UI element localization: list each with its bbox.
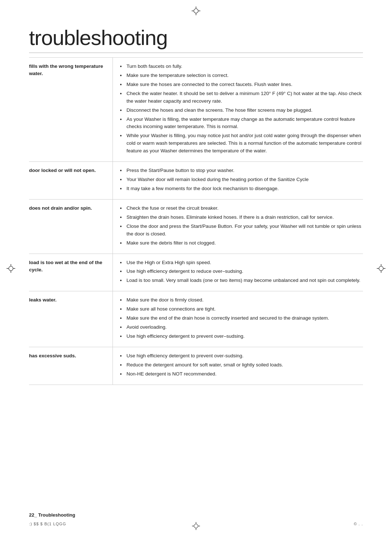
page-number-label: 22_ Troubleshooting <box>29 512 75 518</box>
solution-item: Make sure the debris filter is not clogg… <box>120 239 363 247</box>
solution-item: Make sure the temperature selection is c… <box>120 72 363 79</box>
left-crosshair-icon <box>7 264 15 274</box>
solution-item: Avoid overloading. <box>120 324 363 331</box>
solution-item: Close the door and press the Start/Pause… <box>120 223 363 238</box>
right-crosshair-icon <box>377 264 385 274</box>
solution-item: Non-HE detergent is NOT recommended. <box>120 370 363 378</box>
top-crosshair-icon <box>192 7 200 15</box>
page-title: troubleshooting <box>29 25 363 53</box>
table-row: load is too wet at the end of the cycle.… <box>29 254 363 291</box>
solution-cell-2: Check the fuse or reset the circuit brea… <box>113 199 363 254</box>
solution-cell-0: Turn both faucets on fully.Make sure the… <box>113 58 363 162</box>
solution-cell-5: Use high efficiency detergent to prevent… <box>113 347 363 385</box>
footer-right-text: © . . <box>354 522 363 526</box>
solution-item: It may take a few moments for the door l… <box>120 185 363 193</box>
solution-item: Use high efficiency detergent to reduce … <box>120 268 363 275</box>
solution-item: Your Washer door will remain locked duri… <box>120 176 363 184</box>
table-row: has excessive suds.Use high efficiency d… <box>29 347 363 385</box>
solution-item: Use the High or Extra High spin speed. <box>120 259 363 267</box>
solution-item: Make sure the hoses are connected to the… <box>120 81 363 89</box>
solution-item: Make sure the door is firmly closed. <box>120 296 363 304</box>
table-row: fills with the wrong temperature water.T… <box>29 58 363 162</box>
troubleshoot-table: fills with the wrong temperature water.T… <box>29 57 363 385</box>
solution-item: Make sure the end of the drain hose is c… <box>120 315 363 322</box>
solution-item: Use high efficiency detergent to prevent… <box>120 333 363 340</box>
solution-item: Straighten the drain hoses. Eliminate ki… <box>120 214 363 221</box>
svg-point-10 <box>379 266 383 271</box>
solution-item: Disconnect the hoses and clean the scree… <box>120 107 363 114</box>
solution-item: Check the water heater. It should be set… <box>120 90 363 105</box>
table-row: does not drain and/or spin.Check the fus… <box>29 199 363 254</box>
bottom-crosshair-icon <box>192 522 200 531</box>
footer-left-text: :) $$ $ B(1 LQGG <box>29 522 66 526</box>
page-number-section: 22_ Troubleshooting <box>29 512 75 518</box>
solution-item: Use high efficiency detergent to prevent… <box>120 352 363 360</box>
solution-item: While your Washer is filling, you may no… <box>120 132 363 155</box>
svg-point-0 <box>194 9 198 13</box>
solution-item: As your Washer is filling, the water tem… <box>120 116 363 131</box>
svg-point-15 <box>194 524 198 528</box>
solution-item: Check the fuse or reset the circuit brea… <box>120 205 363 212</box>
solution-item: Turn both faucets on fully. <box>120 63 363 70</box>
problem-cell-1: door locked or will not open. <box>29 162 113 200</box>
solution-cell-3: Use the High or Extra High spin speed.Us… <box>113 254 363 291</box>
solution-item: Make sure all hose connections are tight… <box>120 305 363 313</box>
solution-item: Press the Start/Pause button to stop you… <box>120 167 363 174</box>
table-row: leaks water.Make sure the door is firmly… <box>29 291 363 347</box>
page-container: troubleshooting fills with the wrong tem… <box>0 0 392 538</box>
problem-cell-2: does not drain and/or spin. <box>29 199 113 254</box>
problem-cell-3: load is too wet at the end of the cycle. <box>29 254 113 291</box>
solution-item: Load is too small. Very small loads (one… <box>120 277 363 284</box>
solution-cell-1: Press the Start/Pause button to stop you… <box>113 162 363 200</box>
svg-point-5 <box>9 266 13 271</box>
table-row: door locked or will not open.Press the S… <box>29 162 363 200</box>
problem-cell-4: leaks water. <box>29 291 113 347</box>
problem-cell-0: fills with the wrong temperature water. <box>29 58 113 162</box>
solution-cell-4: Make sure the door is firmly closed.Make… <box>113 291 363 347</box>
problem-cell-5: has excessive suds. <box>29 347 113 385</box>
solution-item: Reduce the detergent amount for soft wat… <box>120 361 363 369</box>
